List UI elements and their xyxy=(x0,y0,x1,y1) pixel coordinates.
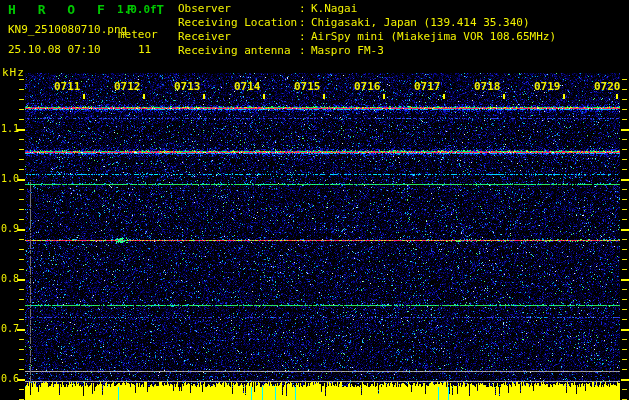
meteor-count-value: 11 xyxy=(138,44,151,55)
station-info-block: Observer:K.Nagai Receiving Location:Chig… xyxy=(178,2,556,58)
time-label-0715: 0715 xyxy=(294,81,321,92)
info-value: AirSpy mini (Miakejima VOR 108.65MHz) xyxy=(311,30,556,43)
info-value: Maspro FM-3 xyxy=(311,44,384,57)
time-label-0717: 0717 xyxy=(414,81,441,92)
y-axis-unit-label: kHz xyxy=(2,67,25,78)
info-colon: : xyxy=(299,2,311,15)
time-label-0711: 0711 xyxy=(54,81,81,92)
time-label-0719: 0719 xyxy=(534,81,561,92)
meteor-count-label: meteor xyxy=(118,29,158,40)
time-label-0714: 0714 xyxy=(234,81,261,92)
info-colon: : xyxy=(299,16,311,29)
info-colon: : xyxy=(299,44,311,57)
timestamp: 25.10.08 07:10 xyxy=(8,44,101,55)
y-tick-label-0.9: 0.9 xyxy=(1,224,19,234)
y-tick-label-1.0: 1.0 xyxy=(1,174,19,184)
y-tick-label-0.7: 0.7 xyxy=(1,324,19,334)
time-label-0712: 0712 xyxy=(114,81,141,92)
info-label: Observer xyxy=(178,2,299,15)
output-filename: KN9_2510080710.png xyxy=(8,24,127,35)
info-row-receiver: Receiver:AirSpy mini (Miakejima VOR 108.… xyxy=(178,30,556,44)
info-row-location: Receiving Location:Chigasaki, Japan (139… xyxy=(178,16,556,30)
spectrogram-canvas xyxy=(0,0,629,400)
info-value: K.Nagai xyxy=(311,2,357,15)
app-version: 1.0.0f xyxy=(117,4,157,15)
info-value: Chigasaki, Japan (139.414 35.340) xyxy=(311,16,530,29)
y-tick-label-0.6: 0.6 xyxy=(1,374,19,384)
info-row-observer: Observer:K.Nagai xyxy=(178,2,556,16)
y-tick-label-0.8: 0.8 xyxy=(1,274,19,284)
time-label-0716: 0716 xyxy=(354,81,381,92)
info-label: Receiving antenna xyxy=(178,44,299,57)
time-label-0718: 0718 xyxy=(474,81,501,92)
info-label: Receiving Location xyxy=(178,16,299,29)
time-label-0720: 0720 xyxy=(594,81,621,92)
time-label-0713: 0713 xyxy=(174,81,201,92)
info-row-antenna: Receiving antenna:Maspro FM-3 xyxy=(178,44,556,58)
y-tick-label-1.1: 1.1 xyxy=(1,124,19,134)
info-colon: : xyxy=(299,30,311,43)
hrofft-window: H R O F F T 1.0.0f KN9_2510080710.png me… xyxy=(0,0,629,400)
info-label: Receiver xyxy=(178,30,299,43)
